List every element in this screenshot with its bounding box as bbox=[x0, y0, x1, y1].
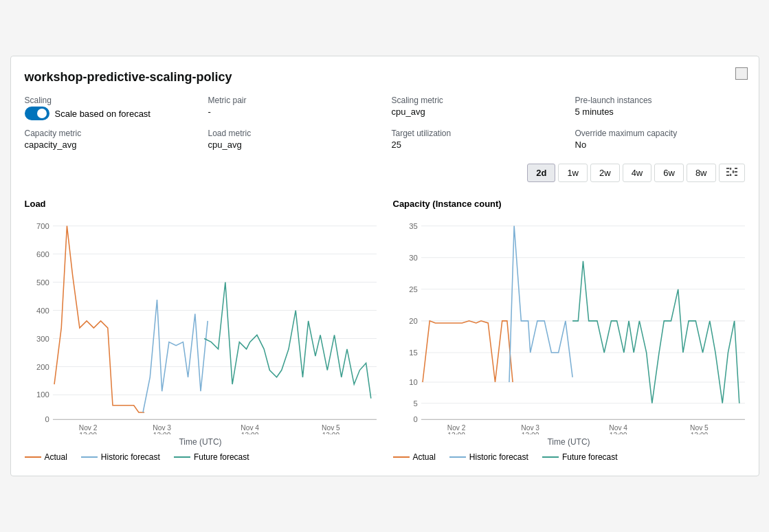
toggle-row: Scale based on forecast bbox=[25, 107, 194, 120]
metric-pair-meta: Metric pair - bbox=[208, 96, 378, 120]
scaling-label: Scaling bbox=[25, 96, 194, 105]
capacity-legend: Actual Historic forecast Future forecast bbox=[393, 452, 745, 462]
target-util-meta: Target utilization 25 bbox=[392, 129, 561, 150]
load-chart-title: Load bbox=[25, 199, 377, 209]
svg-rect-7 bbox=[733, 170, 734, 173]
svg-text:400: 400 bbox=[36, 307, 49, 315]
historic-line-icon bbox=[81, 456, 98, 458]
svg-text:300: 300 bbox=[36, 335, 49, 343]
svg-text:5: 5 bbox=[413, 399, 417, 408]
capacity-x-label: Time (UTC) bbox=[393, 437, 745, 447]
target-util-value: 25 bbox=[392, 140, 561, 150]
load-chart-container: Load 700 600 500 400 300 200 bbox=[25, 199, 377, 462]
future-line-icon bbox=[174, 456, 190, 458]
load-legend-actual: Actual bbox=[25, 452, 67, 462]
svg-text:Nov 5: Nov 5 bbox=[690, 424, 709, 432]
capacity-chart-container: Capacity (Instance count) 35 30 25 20 15… bbox=[393, 199, 745, 462]
metric-pair-label: Metric pair bbox=[208, 96, 378, 105]
time-btn-8w[interactable]: 8w bbox=[687, 164, 716, 182]
prelaunch-label: Pre-launch instances bbox=[575, 96, 745, 105]
svg-text:100: 100 bbox=[36, 390, 49, 399]
load-metric-label: Load metric bbox=[208, 129, 378, 138]
time-btn-4w[interactable]: 4w bbox=[623, 164, 652, 182]
scaling-metric-meta: Scaling metric cpu_avg bbox=[392, 96, 561, 120]
svg-rect-6 bbox=[730, 168, 731, 170]
card-title: workshop-predictive-scaling-policy bbox=[25, 70, 745, 85]
svg-text:Nov 3: Nov 3 bbox=[521, 424, 539, 432]
prelaunch-value: 5 minutes bbox=[575, 107, 745, 117]
metric-pair-value: - bbox=[208, 107, 378, 117]
meta-grid: Scaling Scale based on forecast Metric p… bbox=[25, 96, 745, 150]
svg-text:30: 30 bbox=[409, 254, 418, 262]
close-button[interactable] bbox=[735, 67, 748, 80]
svg-rect-8 bbox=[730, 174, 731, 176]
target-util-label: Target utilization bbox=[392, 129, 561, 138]
load-legend-historic: Historic forecast bbox=[81, 452, 160, 462]
svg-text:13:00: 13:00 bbox=[241, 432, 258, 434]
cap-actual-line-icon bbox=[393, 456, 410, 458]
svg-text:13:00: 13:00 bbox=[521, 432, 539, 434]
load-legend-future: Future forecast bbox=[174, 452, 249, 462]
policy-card: workshop-predictive-scaling-policy Scali… bbox=[10, 56, 759, 476]
charts-row: Load 700 600 500 400 300 200 bbox=[25, 199, 745, 462]
svg-text:35: 35 bbox=[409, 222, 418, 230]
historic-label: Historic forecast bbox=[101, 452, 160, 462]
svg-text:10: 10 bbox=[409, 378, 418, 386]
override-label: Override maximum capacity bbox=[575, 129, 745, 138]
prelaunch-meta: Pre-launch instances 5 minutes bbox=[575, 96, 745, 120]
override-value: No bbox=[575, 140, 745, 150]
svg-text:25: 25 bbox=[409, 285, 418, 293]
svg-text:Nov 2: Nov 2 bbox=[78, 424, 97, 432]
cap-actual-label: Actual bbox=[413, 452, 436, 462]
time-btn-1w[interactable]: 1w bbox=[558, 164, 588, 182]
capacity-metric-meta: Capacity metric capacity_avg bbox=[25, 129, 194, 150]
future-label: Future forecast bbox=[194, 452, 249, 462]
svg-text:13:00: 13:00 bbox=[322, 432, 339, 434]
capacity-legend-historic: Historic forecast bbox=[449, 452, 528, 462]
svg-text:Nov 4: Nov 4 bbox=[241, 424, 259, 432]
time-buttons: 2d 1w 2w 4w 6w 8w bbox=[25, 164, 745, 182]
actual-label: Actual bbox=[45, 452, 67, 462]
svg-text:20: 20 bbox=[409, 317, 418, 325]
scaling-metric-label: Scaling metric bbox=[392, 96, 561, 105]
svg-text:0: 0 bbox=[45, 415, 49, 423]
scale-toggle[interactable] bbox=[25, 107, 49, 120]
scaling-value: Scale based on forecast bbox=[55, 109, 151, 119]
load-chart-area: 700 600 500 400 300 200 100 0 N bbox=[25, 214, 377, 434]
load-chart-svg: 700 600 500 400 300 200 100 0 N bbox=[25, 214, 377, 434]
load-metric-meta: Load metric cpu_avg bbox=[208, 129, 378, 150]
svg-text:13:00: 13:00 bbox=[153, 432, 170, 434]
cap-future-label: Future forecast bbox=[562, 452, 618, 462]
svg-text:0: 0 bbox=[413, 415, 417, 423]
capacity-legend-future: Future forecast bbox=[542, 452, 618, 462]
actual-line-icon bbox=[25, 456, 41, 458]
time-btn-2d[interactable]: 2d bbox=[527, 164, 555, 182]
time-btn-6w[interactable]: 6w bbox=[654, 164, 684, 182]
svg-text:700: 700 bbox=[36, 222, 49, 230]
load-x-label: Time (UTC) bbox=[25, 437, 377, 447]
scaling-metric-value: cpu_avg bbox=[392, 107, 561, 117]
svg-text:200: 200 bbox=[36, 363, 49, 371]
capacity-chart-title: Capacity (Instance count) bbox=[393, 199, 745, 209]
cap-future-line-icon bbox=[542, 456, 559, 458]
cap-historic-line-icon bbox=[449, 456, 466, 458]
svg-text:13:00: 13:00 bbox=[79, 432, 97, 434]
load-metric-value: cpu_avg bbox=[208, 140, 378, 150]
capacity-metric-value: capacity_avg bbox=[25, 140, 194, 150]
capacity-metric-label: Capacity metric bbox=[25, 129, 194, 138]
svg-text:600: 600 bbox=[36, 250, 49, 258]
svg-text:Nov 2: Nov 2 bbox=[447, 424, 465, 432]
capacity-chart-area: 35 30 25 20 15 10 5 0 Nov 2 bbox=[393, 214, 745, 434]
capacity-chart-svg: 35 30 25 20 15 10 5 0 Nov 2 bbox=[393, 214, 745, 434]
override-meta: Override maximum capacity No bbox=[575, 129, 745, 150]
svg-text:13:00: 13:00 bbox=[447, 432, 465, 434]
svg-text:Nov 4: Nov 4 bbox=[609, 424, 627, 432]
svg-text:13:00: 13:00 bbox=[690, 432, 708, 434]
svg-text:Nov 3: Nov 3 bbox=[153, 424, 171, 432]
load-legend: Actual Historic forecast Future forecast bbox=[25, 452, 377, 462]
svg-text:500: 500 bbox=[36, 278, 49, 287]
time-btn-2w[interactable]: 2w bbox=[590, 164, 620, 182]
time-btn-icon[interactable] bbox=[719, 164, 745, 182]
capacity-legend-actual: Actual bbox=[393, 452, 436, 462]
scaling-meta: Scaling Scale based on forecast bbox=[25, 96, 194, 120]
